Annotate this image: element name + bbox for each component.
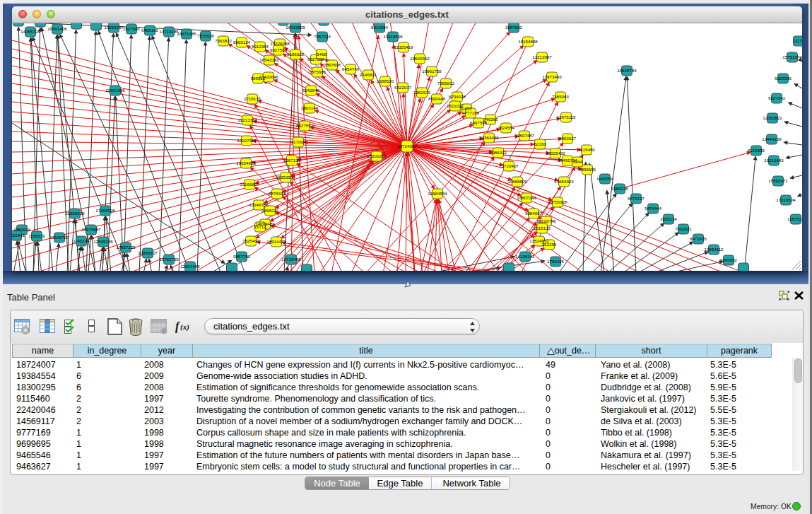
svg-text:19166827: 19166827 (240, 182, 259, 187)
svg-text:20206536: 20206536 (65, 211, 85, 216)
svg-text:3624554: 3624554 (498, 125, 515, 130)
svg-text:10654112: 10654112 (704, 247, 724, 252)
svg-text:93975887: 93975887 (81, 227, 101, 232)
svg-text:2087682: 2087682 (505, 25, 523, 30)
svg-text:8660124: 8660124 (233, 40, 251, 45)
svg-text:12923446: 12923446 (180, 264, 200, 269)
svg-text:252254: 252254 (542, 242, 557, 247)
svg-text:9777169: 9777169 (462, 110, 480, 115)
svg-text:6794028: 6794028 (449, 94, 466, 99)
svg-text:12942737: 12942737 (49, 235, 69, 240)
svg-text:16120746: 16120746 (536, 218, 556, 223)
svg-text:16671385: 16671385 (177, 31, 196, 36)
svg-text:1588520: 1588520 (377, 78, 394, 83)
svg-text:1145194: 1145194 (73, 238, 90, 243)
svg-text:7357224: 7357224 (314, 34, 331, 39)
svg-text:19756928: 19756928 (548, 199, 567, 204)
svg-text:9084067: 9084067 (525, 211, 543, 216)
svg-text:18640910: 18640910 (410, 56, 430, 61)
svg-text:7485063: 7485063 (552, 94, 570, 99)
svg-text:20364436: 20364436 (479, 135, 499, 140)
svg-text:19384554: 19384554 (428, 191, 447, 196)
svg-text:8427552: 8427552 (296, 123, 314, 128)
svg-text:16961758: 16961758 (422, 69, 442, 74)
svg-text:9474444: 9474444 (645, 206, 662, 211)
svg-text:2867608: 2867608 (324, 62, 341, 67)
svg-text:3444: 3444 (572, 159, 582, 164)
svg-text:16033809: 16033809 (286, 25, 305, 30)
svg-text:25300215: 25300215 (367, 153, 387, 158)
svg-text:2935114: 2935114 (660, 216, 677, 221)
svg-text:1733426: 1733426 (547, 259, 565, 264)
svg-text:12444159: 12444159 (762, 136, 782, 141)
svg-text:9146821: 9146821 (360, 72, 377, 77)
svg-text:10973493: 10973493 (542, 74, 562, 79)
svg-text:f: f (175, 320, 180, 333)
svg-text:16914479: 16914479 (266, 239, 286, 244)
svg-text:1527602: 1527602 (123, 26, 141, 31)
svg-text:3875685: 3875685 (309, 69, 326, 74)
svg-text:16782759: 16782759 (159, 257, 179, 262)
svg-text:1362615: 1362615 (413, 90, 431, 95)
svg-text:18807249: 18807249 (517, 195, 536, 200)
svg-text:8878334: 8878334 (269, 191, 286, 196)
svg-text:10688609: 10688609 (507, 179, 527, 184)
svg-text:1156819: 1156819 (28, 233, 45, 238)
svg-text:19654925: 19654925 (236, 160, 256, 165)
svg-text:15692971: 15692971 (768, 178, 788, 183)
svg-text:6466160: 6466160 (141, 28, 159, 33)
svg-text:10807487: 10807487 (514, 133, 534, 138)
svg-text:12213383: 12213383 (237, 117, 257, 122)
svg-text:10719185: 10719185 (159, 29, 179, 34)
svg-text:18724007: 18724007 (397, 144, 417, 148)
svg-text:9327508: 9327508 (307, 57, 325, 62)
svg-text:1615132: 1615132 (534, 226, 551, 230)
svg-text:15720407: 15720407 (499, 163, 519, 168)
svg-text:15712: 15712 (254, 224, 266, 229)
svg-text:10046756: 10046756 (249, 202, 269, 207)
svg-text:317004: 317004 (291, 139, 306, 144)
svg-text:15226058: 15226058 (270, 41, 290, 46)
svg-text:12975115: 12975115 (556, 115, 576, 119)
svg-text:15716485: 15716485 (281, 257, 301, 262)
svg-text:9857791: 9857791 (233, 254, 251, 259)
svg-text:9245652: 9245652 (720, 257, 738, 262)
svg-text:9115460: 9115460 (578, 147, 595, 152)
svg-text:19654923: 19654923 (554, 179, 574, 184)
svg-text:10025433: 10025433 (546, 151, 565, 156)
svg-text:7986322: 7986322 (490, 150, 507, 155)
svg-text:20053346: 20053346 (105, 88, 125, 93)
svg-text:7955812: 7955812 (437, 81, 455, 86)
svg-text:8813054: 8813054 (371, 25, 389, 30)
svg-text:3267130: 3267130 (283, 158, 301, 163)
svg-text:989012: 989012 (251, 76, 266, 81)
svg-text:10653267: 10653267 (104, 25, 124, 30)
svg-text:9242848: 9242848 (302, 88, 320, 93)
svg-text:3915941: 3915941 (12, 233, 25, 238)
svg-text:12213987: 12213987 (532, 54, 552, 59)
svg-text:17957225: 17957225 (116, 245, 136, 250)
svg-text:10107553: 10107553 (237, 138, 257, 143)
svg-text:15751074: 15751074 (782, 54, 802, 59)
svg-text:5468: 5468 (317, 52, 326, 57)
svg-text:8912954: 8912954 (252, 44, 269, 49)
svg-text:8186328: 8186328 (287, 52, 305, 57)
svg-text:4350614: 4350614 (13, 227, 31, 232)
svg-text:8454749: 8454749 (342, 66, 360, 71)
svg-text:16543362: 16543362 (259, 57, 279, 62)
svg-text:9899695: 9899695 (579, 167, 596, 172)
svg-text:8990448: 8990448 (428, 96, 446, 101)
svg-text:11173: 11173 (793, 38, 802, 43)
svg-text:3498222: 3498222 (261, 208, 279, 213)
svg-text:2803144: 2803144 (301, 105, 319, 110)
svg-text:14136141: 14136141 (515, 254, 535, 259)
svg-text:746266: 746266 (483, 117, 498, 122)
svg-text:16154838: 16154838 (518, 39, 538, 44)
svg-text:9327503: 9327503 (270, 47, 288, 52)
svg-text:2718176: 2718176 (244, 96, 261, 101)
svg-text:6322037: 6322037 (394, 85, 412, 90)
svg-text:6479197: 6479197 (628, 196, 645, 201)
svg-text:16648784: 16648784 (617, 68, 637, 73)
svg-text:12093822: 12093822 (763, 115, 782, 120)
svg-text:11325419: 11325419 (394, 45, 413, 49)
